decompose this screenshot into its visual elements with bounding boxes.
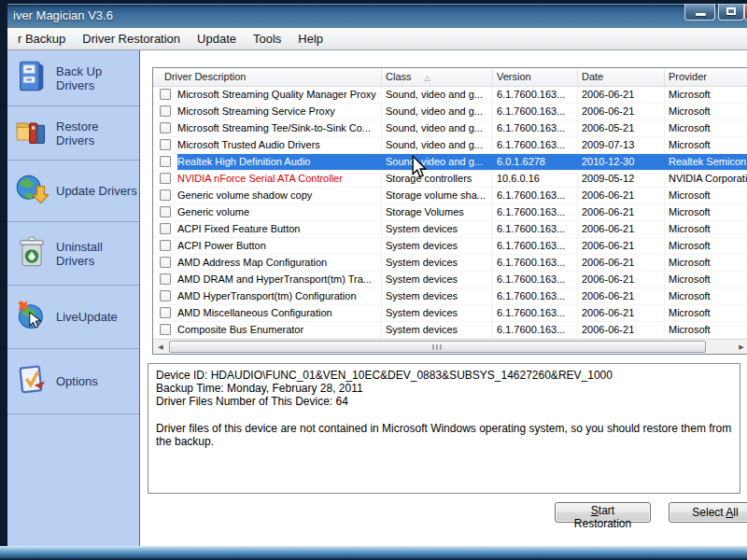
cell-cls: Storage volume sha... — [382, 188, 493, 203]
cell-desc: AMD HyperTransport(tm) Configuration — [177, 288, 382, 304]
liveupdate-globe-icon — [15, 299, 49, 336]
cell-desc: Composite Bus Enumerator — [177, 322, 382, 338]
start-restoration-button[interactable]: Start Restoration — [555, 502, 651, 523]
driver-checkbox[interactable] — [160, 173, 171, 184]
cell-version: 6.1.7600.163... — [493, 104, 578, 119]
table-row[interactable]: AMD DRAM and HyperTransport(tm) Tra...Sy… — [153, 272, 747, 288]
driver-checkbox[interactable] — [160, 189, 171, 201]
table-row[interactable]: AMD Address Map ConfigurationSystem devi… — [153, 255, 747, 272]
scroll-left-arrow[interactable]: ◀ — [153, 340, 168, 354]
column-header-provider[interactable]: Provider — [665, 68, 747, 86]
table-row[interactable]: Microsoft Streaming Quality Manager Prox… — [153, 87, 747, 104]
menubar: r BackupDriver RestorationUpdateToolsHel… — [7, 28, 747, 50]
backup-time-line: Backup Time: Monday, February 28, 2011 — [156, 382, 732, 395]
table-row[interactable]: Realtek High Definition AudioSound, vide… — [153, 154, 747, 171]
table-row[interactable]: Generic volume shadow copyStorage volume… — [153, 188, 747, 204]
mouse-cursor — [411, 155, 428, 179]
select-all-button[interactable]: Select All — [669, 502, 747, 523]
cell-provider: Microsoft — [665, 272, 747, 287]
cell-provider: Microsoft — [665, 188, 747, 203]
sidebar-item-back-up-drivers[interactable]: Back Up Drivers — [7, 50, 139, 106]
table-row[interactable]: Generic volumeStorage Volumes6.1.7600.16… — [153, 204, 747, 221]
sidebar-item-label: Back Up Drivers — [56, 64, 139, 92]
menu-item-tools[interactable]: Tools — [245, 28, 289, 49]
cell-cls: Sound, video and g... — [382, 120, 493, 136]
cell-version: 6.1.7600.163... — [493, 322, 578, 338]
driver-checkbox[interactable] — [160, 105, 171, 117]
driver-checkbox[interactable] — [160, 122, 171, 133]
column-header-date[interactable]: Date — [578, 68, 665, 86]
restore-folder-icon — [15, 115, 49, 152]
minimize-button[interactable] — [684, 4, 715, 21]
horizontal-scrollbar[interactable]: ◀ ▶ — [153, 339, 747, 354]
table-row[interactable]: Microsoft Streaming Service ProxySound, … — [153, 104, 747, 120]
column-header-label: Class — [386, 71, 412, 82]
window-content: Back Up DriversRestore DriversUpdate Dri… — [7, 50, 747, 546]
cell-cls: System devices — [382, 255, 493, 271]
titlebar: iver Magician V3.6 — [7, 4, 747, 28]
cell-cls: Storage Volumes — [382, 204, 493, 220]
driver-checkbox[interactable] — [160, 290, 171, 301]
driver-checkbox[interactable] — [160, 139, 171, 150]
cell-provider: Microsoft — [665, 87, 747, 103]
cell-provider: NVIDIA Corporati — [665, 171, 747, 187]
menu-item-help[interactable]: Help — [289, 28, 331, 49]
driver-checkbox[interactable] — [160, 240, 171, 251]
driver-checkbox[interactable] — [160, 156, 171, 167]
cell-provider: Microsoft — [665, 221, 747, 237]
driver-checkbox[interactable] — [160, 223, 171, 234]
table-row[interactable]: ACPI Power ButtonSystem devices6.1.7600.… — [153, 238, 747, 255]
driver-checkbox[interactable] — [160, 206, 171, 217]
driver-checkbox[interactable] — [160, 324, 171, 335]
sidebar-item-uninstall-drivers[interactable]: Uninstall Drivers — [7, 222, 139, 286]
table-row[interactable]: Microsoft Trusted Audio DriversSound, vi… — [153, 137, 747, 154]
cell-date: 2010-12-30 — [578, 154, 665, 170]
menu-item-r-backup[interactable]: r Backup — [9, 28, 74, 49]
cell-date: 2009-05-12 — [578, 171, 665, 187]
table-row[interactable]: AMD Miscellaneous ConfigurationSystem de… — [153, 305, 747, 322]
update-globe-icon — [15, 173, 49, 210]
table-row[interactable]: ACPI Fixed Feature ButtonSystem devices6… — [153, 221, 747, 238]
driver-checkbox[interactable] — [160, 307, 171, 318]
maximize-button[interactable] — [718, 4, 744, 21]
table-row[interactable]: Composite Bus EnumeratorSystem devices6.… — [153, 322, 747, 339]
menu-item-update[interactable]: Update — [189, 28, 245, 49]
sidebar-item-update-drivers[interactable]: Update Drivers — [7, 161, 139, 222]
cell-version: 6.1.7600.163... — [493, 87, 578, 103]
window-bottom-border — [0, 546, 747, 560]
cell-cls: System devices — [382, 238, 493, 254]
column-header-class[interactable]: Class△ — [382, 68, 493, 86]
cell-desc: AMD DRAM and HyperTransport(tm) Tra... — [177, 272, 382, 287]
minimize-icon — [696, 13, 706, 16]
cell-desc: Microsoft Streaming Service Proxy — [177, 104, 382, 119]
driver-checkbox[interactable] — [160, 89, 171, 100]
cell-desc: ACPI Power Button — [177, 238, 382, 254]
sidebar-item-label: Options — [56, 374, 98, 388]
scrollbar-grip-icon — [432, 344, 444, 350]
sidebar-item-restore-drivers[interactable]: Restore Drivers — [7, 106, 139, 161]
driver-checkbox[interactable] — [160, 273, 171, 285]
table-row[interactable]: NVIDIA nForce Serial ATA ControllerStora… — [153, 171, 747, 188]
column-header-version[interactable]: Version — [493, 68, 578, 86]
cell-date: 2006-06-21 — [578, 255, 665, 271]
cell-cls: System devices — [382, 305, 493, 321]
cell-version: 6.0.1.6278 — [493, 154, 578, 170]
cell-provider: Microsoft — [665, 120, 747, 136]
driver-list: Driver DescriptionClass△VersionDateProvi… — [152, 67, 747, 355]
window-title: iver Magician V3.6 — [13, 8, 113, 22]
scroll-right-arrow[interactable]: ▶ — [734, 340, 747, 354]
cell-version: 6.1.7600.163... — [493, 204, 578, 220]
cell-provider: Microsoft — [665, 137, 747, 153]
menu-item-driver-restoration[interactable]: Driver Restoration — [74, 28, 189, 49]
sidebar-item-options[interactable]: Options — [7, 349, 139, 414]
scrollbar-thumb[interactable] — [169, 341, 706, 353]
driver-checkbox[interactable] — [160, 257, 171, 268]
column-header-driver-description[interactable]: Driver Description — [153, 68, 382, 86]
files-number-line: Driver Files Number of This Device: 64 — [156, 395, 732, 408]
sidebar-item-label: Update Drivers — [56, 184, 137, 198]
cell-date: 2006-06-21 — [578, 305, 665, 321]
table-row[interactable]: AMD HyperTransport(tm) ConfigurationSyst… — [153, 288, 747, 305]
sidebar-item-liveupdate[interactable]: LiveUpdate — [7, 286, 139, 349]
cell-provider: Microsoft — [665, 322, 747, 338]
table-row[interactable]: Microsoft Streaming Tee/Sink-to-Sink Co.… — [153, 120, 747, 137]
